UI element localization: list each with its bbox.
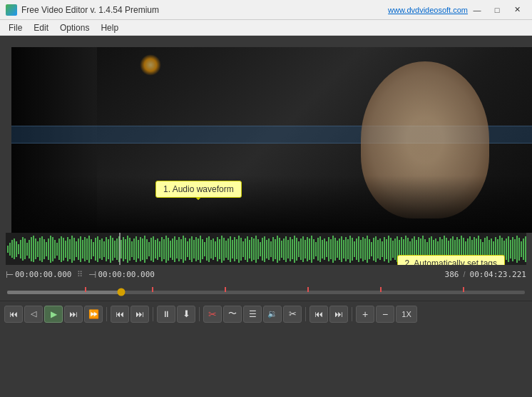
svg-rect-181 xyxy=(394,238,396,260)
play-button[interactable]: ▶ xyxy=(44,306,63,323)
svg-rect-18 xyxy=(46,242,47,256)
svg-rect-43 xyxy=(99,240,101,258)
svg-rect-90 xyxy=(200,236,201,263)
svg-rect-135 xyxy=(296,238,297,261)
svg-rect-164 xyxy=(358,236,359,262)
svg-rect-68 xyxy=(153,236,154,262)
svg-rect-173 xyxy=(377,240,379,258)
maximize-button[interactable]: □ xyxy=(488,3,506,17)
svg-rect-59 xyxy=(133,238,135,260)
zoom-in-button[interactable]: + xyxy=(356,306,374,323)
menu-options[interactable]: Options xyxy=(54,21,95,34)
svg-rect-27 xyxy=(65,241,66,258)
svg-rect-67 xyxy=(150,238,152,261)
remove-button[interactable]: ✂ xyxy=(283,306,302,323)
video-light xyxy=(140,54,161,76)
svg-rect-60 xyxy=(135,236,137,262)
svg-rect-28 xyxy=(67,237,68,261)
cut-button[interactable]: ✂ xyxy=(203,306,222,323)
svg-rect-62 xyxy=(140,237,141,261)
svg-rect-69 xyxy=(155,240,156,258)
prev-scene-button[interactable]: ⏮ xyxy=(111,306,129,323)
menu-help[interactable]: Help xyxy=(95,21,124,34)
step-forward-button[interactable]: ⏩ xyxy=(84,306,103,323)
svg-rect-154 xyxy=(337,241,338,258)
svg-rect-149 xyxy=(326,241,327,257)
svg-rect-134 xyxy=(294,236,295,263)
prev-tag-button[interactable]: ⏮ xyxy=(310,306,328,323)
svg-rect-15 xyxy=(39,238,41,261)
tick-5 xyxy=(380,287,382,292)
dvd-link[interactable]: www.dvdvideosoft.com xyxy=(388,6,468,14)
svg-rect-78 xyxy=(174,236,175,262)
svg-rect-77 xyxy=(172,238,173,260)
frame-label: 386 xyxy=(445,270,459,279)
scrubber-area[interactable] xyxy=(0,283,532,301)
svg-rect-112 xyxy=(247,236,248,262)
zoom-level-button[interactable]: 1X xyxy=(396,306,417,323)
time-icon-1: ⊢ xyxy=(6,269,14,280)
zoom-out-button[interactable]: − xyxy=(376,306,394,323)
scrubber-thumb[interactable] xyxy=(117,288,125,296)
svg-rect-130 xyxy=(285,236,287,262)
svg-rect-177 xyxy=(386,239,387,259)
svg-rect-51 xyxy=(116,238,118,260)
svg-rect-147 xyxy=(322,240,323,258)
svg-rect-148 xyxy=(324,238,325,260)
svg-rect-35 xyxy=(82,240,83,258)
go-start-button[interactable]: ⏮ xyxy=(4,306,23,323)
time-display: ⊢ 00:00:00.000 ⠿ ⊣ 00:00:00.000 386 / 00… xyxy=(0,265,532,283)
pause-button[interactable]: ⏸ xyxy=(157,306,175,323)
svg-rect-144 xyxy=(315,242,317,256)
svg-rect-36 xyxy=(84,237,86,261)
svg-rect-236 xyxy=(512,237,513,261)
svg-rect-165 xyxy=(360,240,362,258)
svg-rect-50 xyxy=(114,241,116,258)
svg-rect-7 xyxy=(22,237,24,261)
svg-rect-170 xyxy=(371,242,372,256)
svg-rect-20 xyxy=(50,236,51,263)
svg-rect-41 xyxy=(95,238,96,261)
time-sep-1: ⠿ xyxy=(77,270,83,279)
waveform-area[interactable]: 2. Automatically set tags xyxy=(6,233,526,265)
minimize-button[interactable]: — xyxy=(468,3,486,17)
svg-rect-13 xyxy=(35,238,36,259)
svg-rect-80 xyxy=(178,237,180,261)
next-scene-button[interactable]: ⏭ xyxy=(131,306,149,323)
svg-rect-95 xyxy=(210,240,212,258)
svg-rect-44 xyxy=(101,238,103,260)
menu-edit[interactable]: Edit xyxy=(28,21,54,34)
svg-rect-143 xyxy=(313,239,314,259)
svg-rect-72 xyxy=(161,237,163,261)
svg-rect-61 xyxy=(138,240,139,258)
step-back-button[interactable]: ⏭ xyxy=(64,306,83,323)
smooth-button[interactable]: 〜 xyxy=(223,306,242,323)
svg-rect-86 xyxy=(191,236,193,262)
svg-rect-171 xyxy=(373,238,374,261)
settings-button[interactable]: ☰ xyxy=(243,306,262,323)
svg-rect-150 xyxy=(328,237,329,261)
close-button[interactable]: ✕ xyxy=(508,3,526,17)
svg-rect-101 xyxy=(223,238,225,261)
svg-rect-109 xyxy=(240,238,242,261)
svg-rect-172 xyxy=(375,236,377,262)
save-frame-button[interactable]: ⬇ xyxy=(177,306,195,323)
audio-export-button[interactable]: 🔉 xyxy=(263,306,282,323)
svg-rect-17 xyxy=(44,239,45,259)
scrubber-track[interactable] xyxy=(7,291,525,294)
svg-rect-110 xyxy=(242,241,244,257)
svg-rect-106 xyxy=(234,237,235,261)
menu-file[interactable]: File xyxy=(3,21,28,34)
svg-rect-100 xyxy=(221,236,222,263)
play-backward-button[interactable]: ◁ xyxy=(24,306,43,323)
time-icon-2: ⊣ xyxy=(88,269,96,280)
next-tag-button[interactable]: ⏭ xyxy=(329,306,348,323)
svg-rect-142 xyxy=(311,236,312,263)
svg-rect-73 xyxy=(163,239,165,259)
svg-rect-58 xyxy=(131,241,133,257)
svg-rect-82 xyxy=(183,236,184,263)
svg-rect-237 xyxy=(514,239,516,259)
svg-rect-120 xyxy=(264,236,265,262)
svg-rect-40 xyxy=(93,242,94,256)
svg-rect-176 xyxy=(384,237,385,261)
